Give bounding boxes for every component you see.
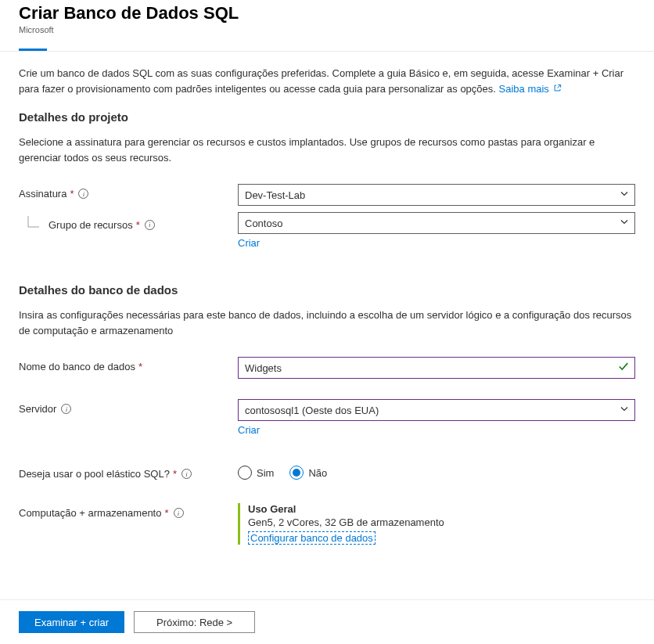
db-name-input[interactable] bbox=[238, 357, 635, 379]
info-icon[interactable]: i bbox=[145, 220, 155, 230]
configure-database-link[interactable]: Configurar banco de dados bbox=[248, 531, 376, 545]
required-indicator: * bbox=[136, 219, 140, 231]
elastic-pool-label: Deseja usar o pool elástico SQL? bbox=[19, 468, 170, 480]
create-resource-group-link[interactable]: Criar bbox=[238, 237, 260, 249]
server-label: Servidor bbox=[19, 403, 56, 415]
learn-more-link[interactable]: Saiba mais bbox=[499, 83, 562, 95]
pool-no-radio[interactable]: Não bbox=[289, 466, 327, 480]
radio-unchecked-icon bbox=[238, 466, 252, 480]
review-create-button[interactable]: Examinar + criar bbox=[19, 611, 124, 633]
info-icon[interactable]: i bbox=[174, 508, 184, 518]
database-details-desc: Insira as configurações necessárias para… bbox=[19, 308, 635, 338]
publisher-label: Microsoft bbox=[19, 25, 635, 34]
server-value: contososql1 (Oeste dos EUA) bbox=[245, 405, 379, 416]
resource-group-value: Contoso bbox=[245, 218, 282, 229]
learn-more-label: Saiba mais bbox=[499, 83, 549, 95]
required-indicator: * bbox=[173, 468, 177, 480]
project-details-heading: Detalhes do projeto bbox=[19, 110, 635, 124]
database-details-heading: Detalhes do banco de dados bbox=[19, 283, 635, 297]
compute-detail: Gen5, 2 vCores, 32 GB de armazenamento bbox=[248, 516, 635, 528]
compute-label: Computação + armazenamento bbox=[19, 507, 161, 519]
subscription-select[interactable]: Dev-Test-Lab bbox=[238, 184, 635, 206]
intro-text: Crie um banco de dados SQL com as suas c… bbox=[19, 66, 635, 96]
create-server-link[interactable]: Criar bbox=[238, 424, 260, 436]
server-select[interactable]: contososql1 (Oeste dos EUA) bbox=[238, 399, 635, 421]
compute-tier: Uso Geral bbox=[248, 503, 635, 515]
info-icon[interactable]: i bbox=[78, 189, 88, 199]
required-indicator: * bbox=[138, 361, 142, 372]
info-icon[interactable]: i bbox=[61, 404, 71, 414]
tree-connector-icon bbox=[25, 216, 42, 233]
info-icon[interactable]: i bbox=[181, 469, 192, 479]
pool-no-label: Não bbox=[308, 467, 327, 479]
db-name-label: Nome do banco de dados bbox=[19, 361, 135, 372]
external-link-icon bbox=[553, 83, 562, 96]
compute-summary: Uso Geral Gen5, 2 vCores, 32 GB de armaz… bbox=[238, 503, 635, 545]
required-indicator: * bbox=[70, 188, 74, 200]
required-indicator: * bbox=[164, 507, 168, 519]
page-title: Criar Banco de Dados SQL bbox=[19, 3, 635, 23]
checkmark-icon bbox=[618, 362, 629, 375]
pool-yes-label: Sim bbox=[257, 467, 274, 479]
radio-checked-icon bbox=[289, 466, 304, 480]
resource-group-select[interactable]: Contoso bbox=[238, 212, 635, 234]
next-button[interactable]: Próximo: Rede > bbox=[134, 611, 255, 633]
project-details-desc: Selecione a assinatura para gerenciar os… bbox=[19, 135, 635, 165]
subscription-label: Assinatura bbox=[19, 188, 66, 200]
resource-group-label: Grupo de recursos bbox=[49, 219, 133, 231]
pool-yes-radio[interactable]: Sim bbox=[238, 466, 274, 480]
subscription-value: Dev-Test-Lab bbox=[245, 189, 305, 201]
